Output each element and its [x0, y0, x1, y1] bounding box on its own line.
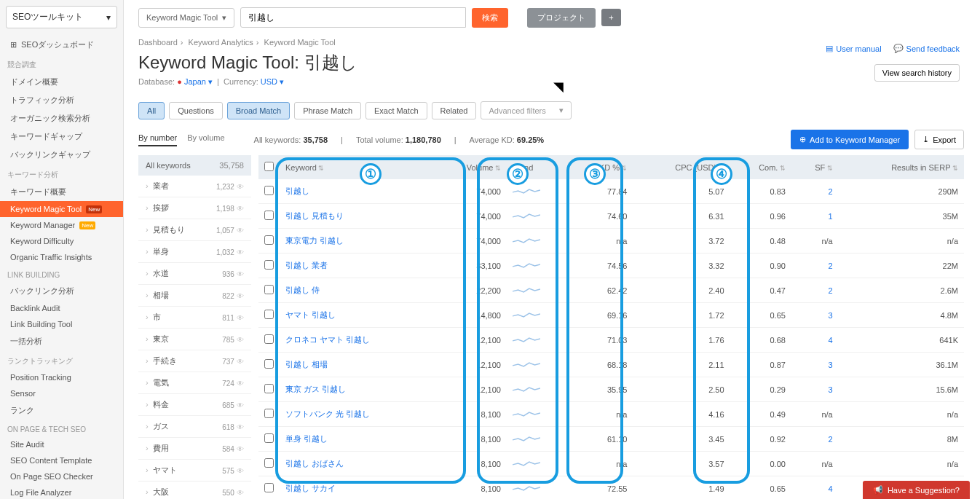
row-checkbox[interactable]: [264, 359, 274, 369]
sidebar-item[interactable]: 一括分析: [0, 332, 123, 350]
row-checkbox[interactable]: [264, 384, 274, 393]
filter-all[interactable]: All: [138, 102, 165, 119]
group-item[interactable]: ›水道936 👁: [138, 263, 251, 285]
tool-selector[interactable]: Keyword Magic Tool ▾: [138, 8, 234, 28]
sidebar-dashboard[interactable]: ⊞ SEOダッシュボード: [0, 36, 123, 54]
keyword-link[interactable]: 引越し サカイ: [285, 484, 336, 492]
sf-link[interactable]: 4: [829, 336, 833, 345]
keyword-link[interactable]: 引越し 相場: [285, 360, 328, 369]
sf-link[interactable]: 4: [829, 484, 833, 493]
currency-selector[interactable]: USD ▾: [261, 77, 284, 86]
bc-dashboard[interactable]: Dashboard: [138, 38, 178, 47]
sidebar-item[interactable]: Keyword Difficulty: [0, 233, 123, 249]
sidebar-item[interactable]: バックリンクギャップ: [0, 146, 123, 164]
row-checkbox[interactable]: [264, 285, 274, 294]
col-trend[interactable]: Trend: [507, 155, 569, 179]
group-item[interactable]: ›単身1,032 👁: [138, 241, 251, 263]
sidebar-item[interactable]: Site Audit: [0, 436, 123, 452]
sf-link[interactable]: 2: [829, 187, 833, 196]
filter-questions[interactable]: Questions: [169, 102, 223, 119]
keyword-link[interactable]: ソフトバンク 光 引越し: [285, 409, 370, 418]
sidebar-item[interactable]: Organic Traffic Insights: [0, 249, 123, 265]
row-checkbox[interactable]: [264, 483, 274, 492]
keyword-link[interactable]: 引越し 業者: [285, 261, 328, 270]
keyword-link[interactable]: 東京 ガス 引越し: [285, 385, 346, 393]
sidebar-item[interactable]: Backlink Audit: [0, 300, 123, 316]
sf-link[interactable]: 3: [829, 385, 833, 394]
sf-link[interactable]: 2: [829, 262, 833, 270]
view-history-button[interactable]: View search history: [874, 64, 960, 82]
keyword-link[interactable]: 引越し 見積もり: [285, 211, 344, 220]
sf-link[interactable]: 2: [829, 435, 833, 444]
export-button[interactable]: ⤓Export: [914, 130, 964, 149]
sidebar-item[interactable]: オーガニック検索分析: [0, 109, 123, 127]
keyword-link[interactable]: ヤマト 引越し: [285, 310, 336, 319]
row-checkbox[interactable]: [264, 409, 274, 418]
keyword-link[interactable]: 引越し: [285, 186, 309, 195]
sidebar-item[interactable]: Log File Analyzer: [0, 484, 123, 499]
group-item[interactable]: ›挨拶1,198 👁: [138, 197, 251, 219]
search-button[interactable]: 検索: [472, 8, 508, 28]
add-to-manager-button[interactable]: ⊕Add to Keyword Manager: [791, 130, 909, 149]
row-checkbox[interactable]: [264, 211, 274, 220]
group-item[interactable]: ›市811 👁: [138, 307, 251, 329]
row-checkbox[interactable]: [264, 433, 274, 443]
group-item[interactable]: ›ヤマト575 👁: [138, 460, 251, 482]
group-item[interactable]: ›大阪550 👁: [138, 482, 251, 499]
select-all-checkbox[interactable]: [264, 162, 274, 171]
group-item[interactable]: ›見積もり1,057 👁: [138, 219, 251, 241]
group-item[interactable]: ›東京785 👁: [138, 329, 251, 350]
group-item[interactable]: ›手続き737 👁: [138, 350, 251, 372]
group-item[interactable]: ›相場822 👁: [138, 285, 251, 307]
col-volume[interactable]: Volume: [433, 155, 507, 179]
col-kd[interactable]: KD %: [569, 155, 633, 179]
user-manual-link[interactable]: ▤User manual: [826, 44, 881, 53]
sidebar-item[interactable]: Keyword Manager New: [0, 217, 123, 233]
sort-by-volume[interactable]: By volume: [187, 133, 224, 146]
col-keyword[interactable]: Keyword: [280, 155, 433, 179]
project-button[interactable]: プロジェクト: [527, 8, 596, 28]
keyword-link[interactable]: 引越し おばさん: [285, 459, 344, 468]
database-selector[interactable]: Japan ▾: [184, 77, 213, 86]
col-sf[interactable]: SF: [791, 155, 839, 179]
group-item[interactable]: ›業者1,232 👁: [138, 176, 251, 197]
keyword-link[interactable]: クロネコ ヤマト 引越し: [285, 335, 370, 344]
row-checkbox[interactable]: [264, 260, 274, 270]
row-checkbox[interactable]: [264, 334, 274, 344]
filter-broad[interactable]: Broad Match: [227, 102, 290, 119]
col-cpc[interactable]: CPC (USD): [633, 155, 730, 179]
col-com[interactable]: Com.: [730, 155, 791, 179]
filter-exact[interactable]: Exact Match: [365, 102, 427, 119]
groups-header[interactable]: All keywords 35,758: [138, 155, 251, 176]
row-checkbox[interactable]: [264, 310, 274, 319]
send-feedback-link[interactable]: 💬Send feedback: [893, 44, 960, 53]
sf-link[interactable]: 1: [829, 212, 833, 221]
group-item[interactable]: ›ガス618 👁: [138, 416, 251, 438]
sidebar-item[interactable]: ランク: [0, 401, 123, 420]
group-item[interactable]: ›料金685 👁: [138, 394, 251, 416]
toolkit-selector[interactable]: SEOツールキット ▾: [6, 6, 117, 28]
sidebar-item[interactable]: バックリンク分析: [0, 282, 123, 300]
group-item[interactable]: ›電気724 👁: [138, 372, 251, 394]
filter-related[interactable]: Related: [432, 102, 477, 119]
row-checkbox[interactable]: [264, 458, 274, 468]
sidebar-item[interactable]: Position Tracking: [0, 369, 123, 385]
sf-link[interactable]: 2: [829, 286, 833, 295]
bc-analytics[interactable]: Keyword Analytics: [189, 38, 253, 47]
group-item[interactable]: ›費用584 👁: [138, 438, 251, 460]
search-input[interactable]: [240, 7, 466, 28]
keyword-link[interactable]: 引越し 侍: [285, 286, 320, 294]
sidebar-item[interactable]: キーワード概要: [0, 183, 123, 201]
advanced-filters[interactable]: Advanced filters▾: [481, 101, 571, 119]
sidebar-item[interactable]: Sensor: [0, 385, 123, 401]
sf-link[interactable]: 3: [829, 361, 833, 369]
sidebar-item[interactable]: Link Building Tool: [0, 316, 123, 332]
sidebar-item[interactable]: トラフィック分析: [0, 91, 123, 109]
keyword-link[interactable]: 東京電力 引越し: [285, 236, 344, 245]
sidebar-item[interactable]: ドメイン概要: [0, 73, 123, 91]
filter-phrase[interactable]: Phrase Match: [294, 102, 361, 119]
sort-by-number[interactable]: By number: [138, 133, 177, 146]
sidebar-item[interactable]: On Page SEO Checker: [0, 468, 123, 484]
sidebar-item[interactable]: キーワードギャップ: [0, 127, 123, 146]
sf-link[interactable]: 3: [829, 311, 833, 320]
